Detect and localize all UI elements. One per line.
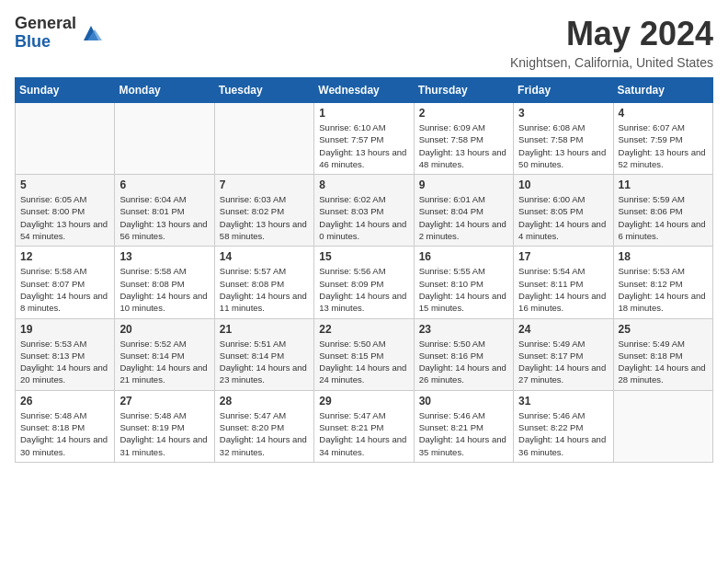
day-info: Sunrise: 5:58 AM Sunset: 8:07 PM Dayligh… (20, 265, 109, 314)
calendar-cell: 19Sunrise: 5:53 AM Sunset: 8:13 PM Dayli… (16, 318, 115, 390)
calendar-cell: 31Sunrise: 5:46 AM Sunset: 8:22 PM Dayli… (514, 390, 613, 462)
day-info: Sunrise: 5:48 AM Sunset: 8:18 PM Dayligh… (20, 409, 109, 458)
day-info: Sunrise: 5:46 AM Sunset: 8:21 PM Dayligh… (419, 409, 508, 458)
day-info: Sunrise: 6:05 AM Sunset: 8:00 PM Dayligh… (20, 193, 109, 242)
day-number: 9 (419, 178, 508, 191)
day-number: 29 (319, 395, 408, 408)
day-info: Sunrise: 5:54 AM Sunset: 8:11 PM Dayligh… (518, 265, 608, 314)
week-row-0: 1Sunrise: 6:10 AM Sunset: 7:57 PM Daylig… (16, 103, 713, 175)
header-friday: Friday (514, 78, 613, 103)
day-number: 24 (518, 323, 608, 336)
title-block: May 2024 Knightsen, California, United S… (510, 15, 713, 70)
day-info: Sunrise: 5:50 AM Sunset: 8:15 PM Dayligh… (319, 338, 408, 386)
day-number: 8 (319, 178, 408, 191)
day-info: Sunrise: 5:48 AM Sunset: 8:19 PM Dayligh… (119, 409, 209, 458)
day-number: 1 (319, 107, 408, 120)
logo-general: General (15, 15, 76, 33)
calendar-cell (214, 103, 313, 175)
day-info: Sunrise: 5:47 AM Sunset: 8:21 PM Dayligh… (319, 409, 408, 458)
calendar-cell: 18Sunrise: 5:53 AM Sunset: 8:12 PM Dayli… (613, 247, 712, 318)
day-info: Sunrise: 5:53 AM Sunset: 8:12 PM Dayligh… (619, 265, 708, 314)
day-number: 14 (220, 250, 309, 263)
header-thursday: Thursday (414, 78, 513, 103)
calendar-cell: 24Sunrise: 5:49 AM Sunset: 8:17 PM Dayli… (514, 318, 613, 390)
day-info: Sunrise: 6:07 AM Sunset: 7:59 PM Dayligh… (619, 121, 708, 170)
header-tuesday: Tuesday (214, 78, 313, 103)
day-info: Sunrise: 5:50 AM Sunset: 8:16 PM Dayligh… (419, 338, 508, 386)
calendar-cell: 22Sunrise: 5:50 AM Sunset: 8:15 PM Dayli… (314, 318, 414, 390)
day-number: 26 (20, 395, 109, 408)
day-info: Sunrise: 5:52 AM Sunset: 8:14 PM Dayligh… (119, 338, 209, 386)
location: Knightsen, California, United States (510, 55, 713, 70)
day-info: Sunrise: 5:51 AM Sunset: 8:14 PM Dayligh… (220, 338, 309, 386)
day-number: 6 (119, 178, 209, 191)
header-row: SundayMondayTuesdayWednesdayThursdayFrid… (16, 78, 713, 103)
day-number: 16 (419, 250, 508, 263)
calendar-table: SundayMondayTuesdayWednesdayThursdayFrid… (15, 77, 713, 463)
calendar-cell: 7Sunrise: 6:03 AM Sunset: 8:02 PM Daylig… (214, 175, 313, 247)
calendar-cell: 10Sunrise: 6:00 AM Sunset: 8:05 PM Dayli… (514, 175, 613, 247)
calendar-cell: 15Sunrise: 5:56 AM Sunset: 8:09 PM Dayli… (314, 247, 414, 318)
calendar-cell: 6Sunrise: 6:04 AM Sunset: 8:01 PM Daylig… (115, 175, 214, 247)
calendar-cell: 23Sunrise: 5:50 AM Sunset: 8:16 PM Dayli… (414, 318, 513, 390)
calendar-cell: 2Sunrise: 6:09 AM Sunset: 7:58 PM Daylig… (414, 103, 513, 175)
day-number: 18 (619, 250, 708, 263)
day-number: 30 (419, 395, 508, 408)
day-number: 21 (220, 323, 309, 336)
calendar-body: 1Sunrise: 6:10 AM Sunset: 7:57 PM Daylig… (16, 103, 713, 463)
day-info: Sunrise: 5:47 AM Sunset: 8:20 PM Dayligh… (220, 409, 309, 458)
day-number: 19 (20, 323, 109, 336)
header-monday: Monday (115, 78, 214, 103)
day-number: 17 (518, 250, 608, 263)
day-info: Sunrise: 6:02 AM Sunset: 8:03 PM Dayligh… (319, 193, 408, 242)
calendar-cell: 21Sunrise: 5:51 AM Sunset: 8:14 PM Dayli… (214, 318, 313, 390)
week-row-4: 26Sunrise: 5:48 AM Sunset: 8:18 PM Dayli… (16, 390, 713, 462)
day-number: 5 (20, 178, 109, 191)
day-number: 22 (319, 323, 408, 336)
day-number: 11 (619, 178, 708, 191)
day-number: 27 (119, 395, 209, 408)
header-sunday: Sunday (16, 78, 115, 103)
day-info: Sunrise: 6:09 AM Sunset: 7:58 PM Dayligh… (419, 121, 508, 170)
day-info: Sunrise: 6:04 AM Sunset: 8:01 PM Dayligh… (119, 193, 209, 242)
day-info: Sunrise: 5:49 AM Sunset: 8:18 PM Dayligh… (619, 338, 708, 386)
day-info: Sunrise: 5:57 AM Sunset: 8:08 PM Dayligh… (220, 265, 309, 314)
day-number: 10 (518, 178, 608, 191)
calendar-header: SundayMondayTuesdayWednesdayThursdayFrid… (16, 78, 713, 103)
calendar-cell: 12Sunrise: 5:58 AM Sunset: 8:07 PM Dayli… (16, 247, 115, 318)
day-number: 4 (619, 107, 708, 120)
day-number: 2 (419, 107, 508, 120)
day-info: Sunrise: 6:01 AM Sunset: 8:04 PM Dayligh… (419, 193, 508, 242)
week-row-3: 19Sunrise: 5:53 AM Sunset: 8:13 PM Dayli… (16, 318, 713, 390)
calendar-cell: 27Sunrise: 5:48 AM Sunset: 8:19 PM Dayli… (115, 390, 214, 462)
day-number: 7 (220, 178, 309, 191)
calendar-cell: 9Sunrise: 6:01 AM Sunset: 8:04 PM Daylig… (414, 175, 513, 247)
day-info: Sunrise: 5:59 AM Sunset: 8:06 PM Dayligh… (619, 193, 708, 242)
calendar-cell: 29Sunrise: 5:47 AM Sunset: 8:21 PM Dayli… (314, 390, 414, 462)
calendar-cell: 25Sunrise: 5:49 AM Sunset: 8:18 PM Dayli… (613, 318, 712, 390)
day-info: Sunrise: 6:00 AM Sunset: 8:05 PM Dayligh… (518, 193, 608, 242)
calendar-cell (613, 390, 712, 462)
logo-blue: Blue (15, 33, 76, 52)
calendar-cell: 20Sunrise: 5:52 AM Sunset: 8:14 PM Dayli… (115, 318, 214, 390)
day-info: Sunrise: 5:53 AM Sunset: 8:13 PM Dayligh… (20, 338, 109, 386)
week-row-2: 12Sunrise: 5:58 AM Sunset: 8:07 PM Dayli… (16, 247, 713, 318)
page-header: General Blue May 2024 Knightsen, Califor… (15, 15, 713, 70)
day-number: 15 (319, 250, 408, 263)
calendar-cell: 8Sunrise: 6:02 AM Sunset: 8:03 PM Daylig… (314, 175, 414, 247)
day-number: 20 (119, 323, 209, 336)
day-number: 31 (518, 395, 608, 408)
week-row-1: 5Sunrise: 6:05 AM Sunset: 8:00 PM Daylig… (16, 175, 713, 247)
calendar-cell: 28Sunrise: 5:47 AM Sunset: 8:20 PM Dayli… (214, 390, 313, 462)
calendar-cell: 14Sunrise: 5:57 AM Sunset: 8:08 PM Dayli… (214, 247, 313, 318)
calendar-cell: 30Sunrise: 5:46 AM Sunset: 8:21 PM Dayli… (414, 390, 513, 462)
day-number: 28 (220, 395, 309, 408)
day-info: Sunrise: 6:10 AM Sunset: 7:57 PM Dayligh… (319, 121, 408, 170)
calendar-cell: 11Sunrise: 5:59 AM Sunset: 8:06 PM Dayli… (613, 175, 712, 247)
calendar-cell: 1Sunrise: 6:10 AM Sunset: 7:57 PM Daylig… (314, 103, 414, 175)
calendar-cell: 4Sunrise: 6:07 AM Sunset: 7:59 PM Daylig… (613, 103, 712, 175)
day-info: Sunrise: 5:55 AM Sunset: 8:10 PM Dayligh… (419, 265, 508, 314)
day-info: Sunrise: 5:56 AM Sunset: 8:09 PM Dayligh… (319, 265, 408, 314)
calendar-cell (16, 103, 115, 175)
day-info: Sunrise: 5:49 AM Sunset: 8:17 PM Dayligh… (518, 338, 608, 386)
